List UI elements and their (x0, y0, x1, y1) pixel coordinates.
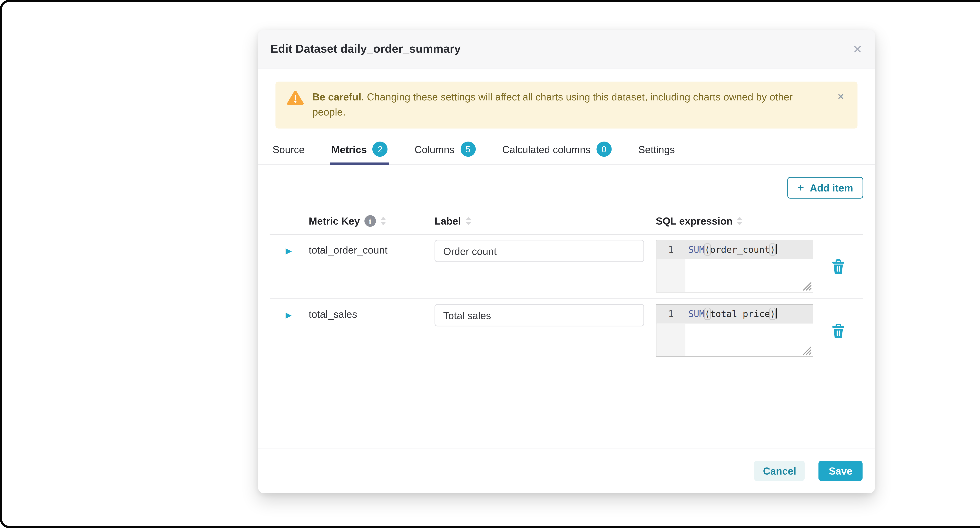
header-sql-expression-label: SQL expression (656, 215, 733, 226)
calculated-columns-count-badge: 0 (597, 141, 611, 157)
resize-handle-icon[interactable] (803, 282, 812, 291)
table-row: ▶ total_sales 1 SUM(total_price) (270, 299, 863, 363)
line-number: 1 (656, 305, 686, 323)
tab-metrics-label: Metrics (331, 143, 367, 155)
expand-caret-icon[interactable]: ▶ (286, 311, 292, 319)
resize-handle-icon[interactable] (803, 346, 812, 355)
metric-key-value: total_order_count (309, 240, 434, 292)
warning-alert-close-icon[interactable]: ✕ (836, 89, 846, 105)
tab-columns-label: Columns (415, 143, 455, 155)
sql-code: SUM(total_price) (688, 305, 778, 323)
dataset-tabs: Source Metrics 2 Columns 5 Calculated co… (258, 136, 875, 165)
tab-calculated-columns-label: Calculated columns (502, 143, 590, 155)
trash-icon (831, 259, 845, 274)
trash-icon (831, 323, 845, 338)
header-sql-expression: SQL expression (656, 215, 813, 226)
expand-caret-icon[interactable]: ▶ (286, 246, 292, 255)
tab-settings-label: Settings (638, 143, 675, 155)
tab-source-label: Source (273, 143, 305, 155)
warning-alert: Be careful. Changing these settings will… (275, 82, 857, 128)
modal-footer: Cancel Save (258, 448, 875, 493)
modal-body: Be careful. Changing these settings will… (258, 82, 875, 363)
modal-header: Edit Dataset daily_order_summary ✕ (258, 30, 875, 69)
metric-label-input[interactable] (434, 304, 644, 327)
metrics-table-header: Metric Key i Label SQL expression (270, 207, 863, 235)
tab-metrics[interactable]: Metrics 2 (330, 136, 389, 164)
modal-close-icon[interactable]: ✕ (840, 30, 875, 69)
header-label-text: Label (434, 215, 461, 226)
tab-settings[interactable]: Settings (637, 136, 676, 164)
line-number: 1 (656, 240, 686, 259)
tab-calculated-columns[interactable]: Calculated columns 0 (501, 136, 613, 164)
metric-label-input[interactable] (434, 240, 644, 262)
delete-metric-button[interactable] (830, 243, 847, 292)
metric-key-value: total_sales (309, 304, 434, 357)
info-icon[interactable]: i (364, 215, 376, 226)
sql-expression-editor[interactable]: 1 SUM(total_price) (656, 304, 813, 357)
modal-title: Edit Dataset daily_order_summary (270, 43, 461, 55)
sort-icon[interactable] (380, 216, 386, 225)
header-metric-key-label: Metric Key (309, 215, 360, 226)
metrics-table: Metric Key i Label SQL expression (270, 207, 863, 363)
add-item-label: Add item (810, 182, 853, 193)
sort-icon[interactable] (737, 216, 743, 225)
sql-code: SUM(order_count) (688, 240, 778, 259)
delete-metric-button[interactable] (830, 307, 847, 357)
warning-alert-message: Changing these settings will affect all … (312, 91, 793, 118)
warning-triangle-icon (287, 90, 304, 105)
plus-icon: + (797, 182, 804, 193)
text-cursor (776, 244, 778, 254)
cancel-button[interactable]: Cancel (754, 461, 805, 481)
columns-count-badge: 5 (460, 141, 475, 157)
metrics-toolbar: + Add item (270, 177, 863, 199)
warning-alert-bold: Be careful. (312, 91, 364, 103)
table-row: ▶ total_order_count 1 SUM(order_count) (270, 235, 863, 299)
tab-columns[interactable]: Columns 5 (413, 136, 477, 164)
sql-expression-editor[interactable]: 1 SUM(order_count) (656, 240, 813, 292)
header-metric-key: Metric Key i (309, 215, 434, 226)
sort-icon[interactable] (465, 216, 471, 225)
add-item-button[interactable]: + Add item (787, 177, 863, 199)
header-label: Label (434, 215, 656, 226)
save-button[interactable]: Save (819, 461, 862, 481)
tab-source[interactable]: Source (271, 136, 306, 164)
screen: Edit Dataset daily_order_summary ✕ Be ca… (0, 0, 980, 528)
metrics-count-badge: 2 (372, 141, 388, 157)
text-cursor (776, 308, 778, 319)
warning-alert-text: Be careful. Changing these settings will… (312, 89, 818, 120)
edit-dataset-modal: Edit Dataset daily_order_summary ✕ Be ca… (258, 30, 875, 493)
